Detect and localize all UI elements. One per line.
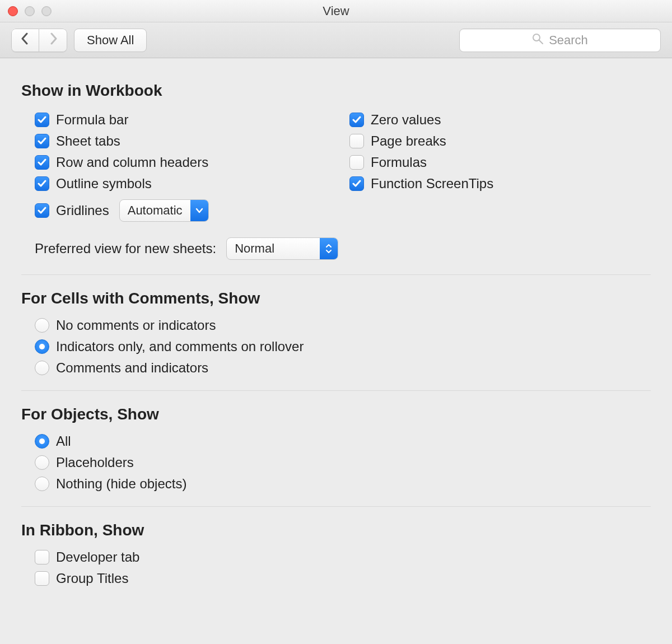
checkbox-zero-values[interactable]	[349, 113, 364, 127]
section-title-comments: For Cells with Comments, Show	[21, 290, 651, 307]
label-outline-symbols: Outline symbols	[56, 176, 152, 192]
label-gridlines: Gridlines	[56, 203, 109, 218]
checkbox-function-screentips[interactable]	[349, 176, 364, 191]
zoom-window-button[interactable]	[41, 6, 52, 16]
separator	[21, 506, 651, 507]
label-sheet-tabs: Sheet tabs	[56, 133, 120, 149]
updown-arrows-icon	[320, 238, 338, 259]
close-window-button[interactable]	[8, 6, 18, 16]
checkbox-sheet-tabs[interactable]	[35, 134, 49, 148]
section-title-objects: For Objects, Show	[21, 405, 651, 423]
chevron-right-icon	[49, 32, 58, 48]
section-title-ribbon: In Ribbon, Show	[21, 521, 651, 539]
label-developer-tab: Developer tab	[56, 549, 139, 565]
section-title-show-in-workbook: Show in Workbook	[21, 82, 651, 100]
label-page-breaks: Page breaks	[371, 133, 446, 149]
window-controls	[8, 6, 52, 16]
checkbox-outline-symbols[interactable]	[35, 176, 49, 191]
label-comments-none: No comments or indicators	[56, 318, 216, 333]
gridlines-color-value: Automatic	[120, 203, 190, 218]
toolbar: Show All Search	[0, 22, 672, 58]
titlebar: View	[0, 0, 672, 22]
separator	[21, 274, 651, 275]
forward-button[interactable]	[39, 29, 67, 52]
svg-line-1	[539, 40, 543, 44]
label-row-col-headers: Row and column headers	[56, 155, 208, 170]
content: Show in Workbook Formula bar Sheet tabs …	[0, 58, 672, 611]
show-all-button[interactable]: Show All	[74, 29, 147, 52]
radio-objects-placeholders[interactable]	[35, 455, 49, 470]
label-objects-nothing: Nothing (hide objects)	[56, 476, 186, 492]
search-input[interactable]: Search	[459, 29, 661, 52]
radio-objects-all[interactable]	[35, 434, 49, 449]
chevron-down-icon	[190, 200, 208, 221]
label-objects-placeholders: Placeholders	[56, 455, 134, 470]
checkbox-formula-bar[interactable]	[35, 113, 49, 127]
checkbox-gridlines[interactable]	[35, 203, 49, 218]
preferred-view-value: Normal	[227, 241, 320, 256]
label-objects-all: All	[56, 433, 71, 449]
svg-point-0	[533, 34, 540, 41]
radio-comments-both[interactable]	[35, 361, 49, 375]
label-function-screentips: Function ScreenTips	[371, 176, 493, 192]
label-formulas: Formulas	[371, 155, 427, 170]
search-placeholder: Search	[549, 33, 588, 48]
gridlines-color-select[interactable]: Automatic	[119, 199, 209, 222]
nav-buttons	[11, 29, 67, 52]
preferred-view-label: Preferred view for new sheets:	[35, 241, 216, 256]
radio-comments-none[interactable]	[35, 318, 49, 333]
label-comments-indicators: Indicators only, and comments on rollove…	[56, 339, 304, 354]
label-zero-values: Zero values	[371, 112, 441, 128]
checkbox-formulas[interactable]	[349, 155, 364, 170]
chevron-left-icon	[21, 32, 30, 48]
back-button[interactable]	[11, 29, 39, 52]
label-comments-both: Comments and indicators	[56, 360, 208, 376]
show-all-label: Show All	[87, 33, 134, 48]
label-formula-bar: Formula bar	[56, 112, 128, 128]
checkbox-developer-tab[interactable]	[35, 550, 49, 564]
radio-objects-nothing[interactable]	[35, 477, 49, 491]
label-group-titles: Group Titles	[56, 571, 128, 586]
window-title: View	[323, 4, 349, 18]
minimize-window-button[interactable]	[25, 6, 35, 16]
preferred-view-select[interactable]: Normal	[226, 237, 338, 260]
checkbox-row-col-headers[interactable]	[35, 155, 49, 170]
checkbox-group-titles[interactable]	[35, 571, 49, 586]
search-icon	[532, 33, 543, 48]
checkbox-page-breaks[interactable]	[349, 134, 364, 148]
radio-comments-indicators[interactable]	[35, 339, 49, 354]
separator	[21, 390, 651, 391]
